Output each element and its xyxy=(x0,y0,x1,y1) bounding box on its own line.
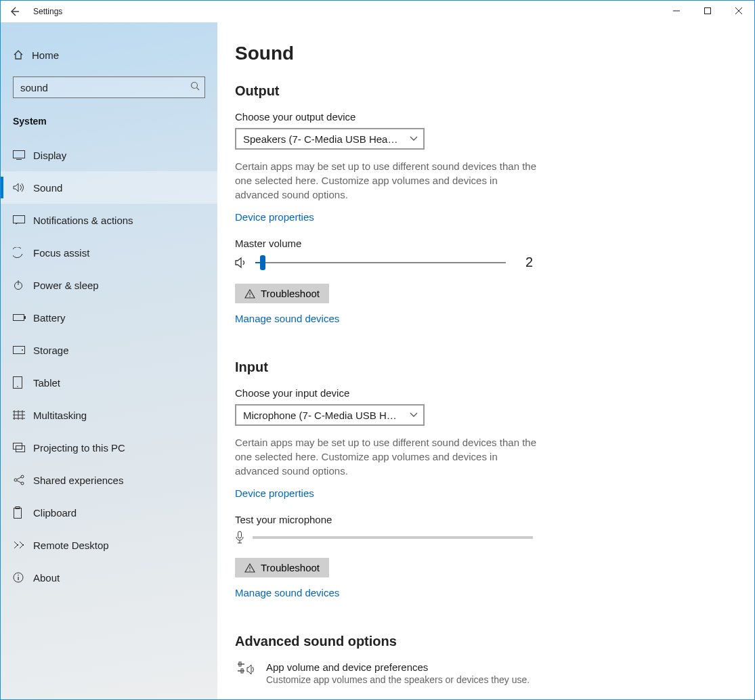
svg-rect-11 xyxy=(14,315,24,321)
sidebar-item-about[interactable]: About xyxy=(1,561,217,594)
back-button[interactable] xyxy=(1,1,28,22)
sidebar-item-label: Projecting to this PC xyxy=(33,442,125,454)
svg-point-27 xyxy=(21,482,24,485)
input-device-properties-link[interactable]: Device properties xyxy=(235,487,314,499)
home-icon xyxy=(13,49,32,60)
app-volume-title: App volume and device preferences xyxy=(266,661,530,673)
output-heading: Output xyxy=(235,83,727,99)
svg-point-37 xyxy=(18,575,19,576)
tablet-icon xyxy=(13,376,33,389)
warning-icon xyxy=(244,289,255,299)
home-label: Home xyxy=(32,49,59,61)
search-input[interactable] xyxy=(13,76,205,98)
app-volume-icon xyxy=(235,661,255,678)
battery-icon xyxy=(13,313,33,322)
sidebar-item-label: About xyxy=(33,572,60,584)
sidebar-item-label: Multitasking xyxy=(33,410,87,421)
svg-rect-8 xyxy=(14,216,25,223)
svg-line-29 xyxy=(17,481,21,483)
svg-point-45 xyxy=(249,570,250,571)
sidebar-item-label: Clipboard xyxy=(33,507,77,519)
output-choose-label: Choose your output device xyxy=(235,111,727,123)
output-troubleshoot-label: Troubleshoot xyxy=(261,288,320,299)
notifications-icon xyxy=(13,215,33,225)
svg-line-28 xyxy=(17,477,21,479)
master-volume-value: 2 xyxy=(513,255,533,270)
warning-icon xyxy=(244,563,255,573)
maximize-button[interactable] xyxy=(692,1,723,21)
output-troubleshoot-button[interactable]: Troubleshoot xyxy=(235,284,329,303)
input-device-dropdown[interactable]: Microphone (7- C-Media USB Hea... xyxy=(235,404,425,426)
svg-rect-6 xyxy=(14,151,25,158)
advanced-heading: Advanced sound options xyxy=(235,634,727,649)
svg-point-26 xyxy=(21,475,24,478)
sidebar-item-power-sleep[interactable]: Power & sleep xyxy=(1,269,217,301)
sidebar-item-shared-experiences[interactable]: Shared experiences xyxy=(1,464,217,496)
shared-icon xyxy=(13,475,33,485)
titlebar: Settings xyxy=(1,1,754,22)
input-hint: Certain apps may be set up to use differ… xyxy=(235,435,540,478)
sidebar-item-tablet[interactable]: Tablet xyxy=(1,366,217,399)
minimize-button[interactable] xyxy=(661,1,692,21)
sidebar-item-battery[interactable]: Battery xyxy=(1,301,217,334)
sidebar-item-sound[interactable]: Sound xyxy=(1,171,217,204)
test-microphone-label: Test your microphone xyxy=(235,514,727,525)
display-icon xyxy=(13,150,33,160)
window-title: Settings xyxy=(33,7,62,16)
output-device-dropdown[interactable]: Speakers (7- C-Media USB Headp... xyxy=(235,128,425,150)
svg-line-33 xyxy=(14,544,18,548)
app-volume-subtitle: Customize app volumes and the speakers o… xyxy=(266,674,530,685)
projecting-icon xyxy=(13,443,33,452)
sidebar-item-clipboard[interactable]: Clipboard xyxy=(1,496,217,529)
chevron-down-icon xyxy=(410,412,418,418)
page-title: Sound xyxy=(235,43,727,64)
sidebar-item-label: Power & sleep xyxy=(33,280,99,291)
svg-rect-30 xyxy=(14,508,22,519)
mic-level-bar xyxy=(253,536,533,539)
home-nav[interactable]: Home xyxy=(1,40,217,70)
multitasking-icon xyxy=(13,410,33,420)
sidebar-item-label: Sound xyxy=(33,182,62,194)
master-volume-label: Master volume xyxy=(235,238,727,249)
sidebar-item-label: Focus assist xyxy=(33,247,89,259)
window-buttons xyxy=(661,1,754,21)
sidebar-item-projecting[interactable]: Projecting to this PC xyxy=(1,431,217,464)
sidebar-item-multitasking[interactable]: Multitasking xyxy=(1,399,217,431)
slider-thumb[interactable] xyxy=(260,255,265,270)
sidebar-item-label: Notifications & actions xyxy=(33,215,133,226)
input-manage-link[interactable]: Manage sound devices xyxy=(235,587,339,598)
output-manage-link[interactable]: Manage sound devices xyxy=(235,313,339,324)
input-troubleshoot-label: Troubleshoot xyxy=(261,562,320,573)
sidebar-item-label: Shared experiences xyxy=(33,475,123,486)
microphone-icon xyxy=(235,531,244,544)
search-wrap xyxy=(13,76,205,98)
sidebar-item-label: Battery xyxy=(33,312,66,324)
about-icon xyxy=(13,572,33,583)
sidebar-item-focus-assist[interactable]: Focus assist xyxy=(1,236,217,269)
svg-point-25 xyxy=(14,479,17,481)
input-troubleshoot-button[interactable]: Troubleshoot xyxy=(235,558,329,577)
sidebar-item-notifications[interactable]: Notifications & actions xyxy=(1,204,217,236)
sidebar-item-label: Storage xyxy=(33,345,69,356)
category-header: System xyxy=(1,104,217,139)
sidebar-item-label: Display xyxy=(33,150,66,161)
svg-point-4 xyxy=(192,83,198,89)
sidebar-item-label: Remote Desktop xyxy=(33,540,109,551)
svg-point-40 xyxy=(249,296,250,297)
focus-assist-icon xyxy=(13,247,33,258)
speaker-icon[interactable] xyxy=(235,257,249,269)
master-volume-slider[interactable] xyxy=(255,262,506,263)
clipboard-icon xyxy=(13,506,33,519)
svg-point-14 xyxy=(22,349,23,351)
input-heading: Input xyxy=(235,359,727,375)
output-device-properties-link[interactable]: Device properties xyxy=(235,211,314,223)
input-choose-label: Choose your input device xyxy=(235,387,727,399)
chevron-down-icon xyxy=(410,136,418,141)
sidebar-item-remote-desktop[interactable]: Remote Desktop xyxy=(1,529,217,561)
close-button[interactable] xyxy=(723,1,754,21)
sidebar-item-display[interactable]: Display xyxy=(1,139,217,171)
sidebar-item-storage[interactable]: Storage xyxy=(1,334,217,366)
storage-icon xyxy=(13,346,33,354)
svg-rect-12 xyxy=(24,316,26,319)
app-volume-prefs[interactable]: App volume and device preferences Custom… xyxy=(235,661,727,685)
